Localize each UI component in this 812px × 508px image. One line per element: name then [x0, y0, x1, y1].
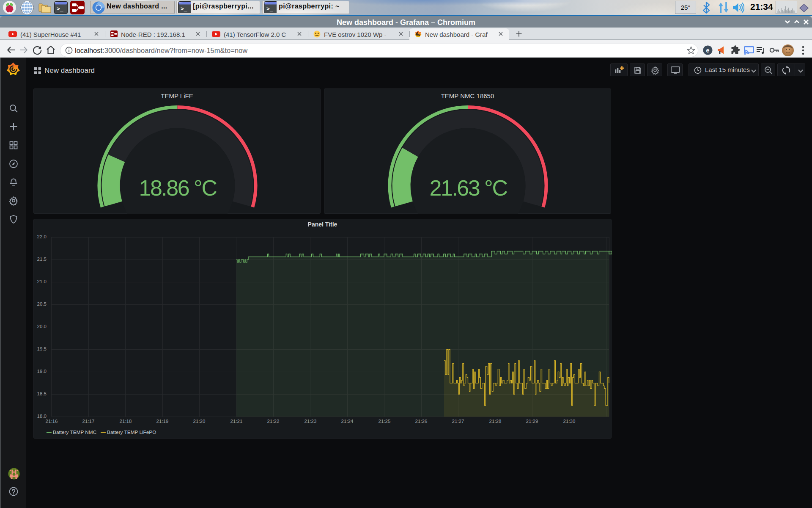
svg-text:>_: >_ — [266, 6, 273, 12]
svg-text:>_: >_ — [181, 6, 187, 12]
svg-text:>_: >_ — [57, 6, 63, 12]
svg-text:e: e — [706, 47, 710, 54]
